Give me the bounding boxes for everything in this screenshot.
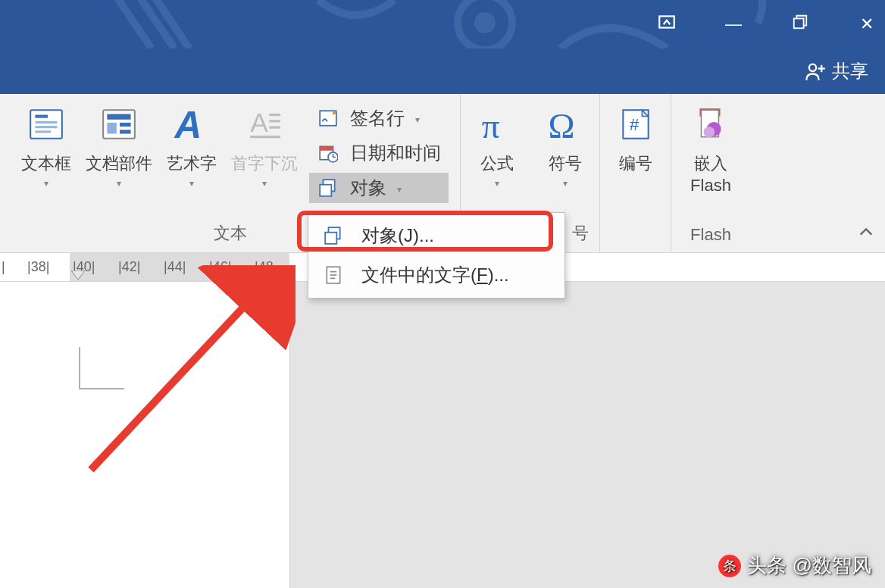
- insert-flash-button[interactable]: 嵌入 Flash: [677, 99, 745, 196]
- ribbon-collapse-button[interactable]: [858, 224, 874, 245]
- object-icon: [317, 177, 339, 199]
- menu-item-text-from-file[interactable]: 文件中的文字(F)...: [308, 255, 564, 295]
- indent-marker-icon[interactable]: [71, 271, 85, 282]
- flash-icon: [690, 103, 732, 145]
- menu-item-textfromfile-label: 文件中的文字(F)...: [361, 263, 509, 287]
- ruler-tick: |46|: [209, 259, 255, 275]
- chevron-up-icon: [858, 224, 874, 240]
- dropdown-arrow-icon: ▾: [44, 178, 48, 189]
- svg-rect-10: [35, 126, 57, 128]
- share-button[interactable]: 共享: [805, 59, 868, 83]
- svg-rect-2: [659, 16, 674, 27]
- svg-text:π: π: [481, 106, 499, 145]
- signature-line-button[interactable]: 签名行 ▾: [309, 103, 449, 133]
- dropdown-arrow-icon: ▾: [262, 178, 267, 189]
- object-button[interactable]: 对象 ▾: [309, 173, 449, 203]
- text-group-buttons: 文本框 ▾ 文档部件 ▾ A 艺术字 ▾ A: [12, 99, 449, 203]
- symbol-icon: Ω: [544, 103, 586, 145]
- dropdown-arrow-icon: ▾: [495, 178, 499, 189]
- svg-rect-15: [120, 123, 131, 127]
- symbol-button[interactable]: Ω 符号 ▾: [534, 99, 596, 189]
- flash-label-2: Flash: [690, 175, 731, 197]
- datetime-label: 日期和时间: [350, 141, 441, 165]
- workspace: [0, 282, 885, 588]
- flash-label-1: 嵌入: [694, 153, 727, 175]
- menu-item-object[interactable]: 对象(J)...: [308, 216, 564, 255]
- title-bar: — ✕: [0, 0, 885, 48]
- equation-button[interactable]: π 公式 ▾: [464, 99, 530, 189]
- share-label: 共享: [832, 59, 868, 83]
- svg-rect-13: [107, 114, 130, 119]
- ribbon-display-options-button[interactable]: [653, 12, 680, 36]
- datetime-button[interactable]: 日期和时间: [309, 138, 449, 168]
- number-icon: #: [614, 103, 657, 145]
- ribbon-group-flash: 嵌入 Flash Flash: [671, 94, 750, 252]
- dropdown-arrow-icon: ▾: [563, 178, 568, 189]
- flash-group-label: Flash: [671, 225, 750, 245]
- watermark: 条 头条 @数智风: [718, 552, 871, 579]
- restore-button[interactable]: [786, 14, 814, 35]
- close-button[interactable]: ✕: [853, 14, 880, 34]
- menu-item-object-label: 对象(J)...: [361, 224, 434, 248]
- signature-label: 签名行: [350, 106, 405, 130]
- dropdown-arrow-icon: ▾: [117, 178, 121, 189]
- ruler-tick: |42|: [118, 259, 164, 275]
- svg-rect-11: [35, 130, 51, 133]
- dropdown-arrow-icon: ▾: [397, 184, 402, 195]
- textbox-button[interactable]: 文本框 ▾: [12, 99, 80, 203]
- svg-text:A: A: [250, 108, 268, 138]
- dropcap-icon: A: [243, 103, 286, 145]
- svg-point-4: [809, 64, 816, 71]
- wordart-icon: A: [170, 103, 213, 145]
- svg-point-1: [474, 12, 496, 33]
- object-dropdown-menu: 对象(J)... 文件中的文字(F)...: [308, 212, 565, 299]
- svg-rect-7: [30, 110, 62, 139]
- textbox-icon: [25, 103, 67, 145]
- svg-text:A: A: [173, 104, 202, 145]
- object-icon: [322, 224, 345, 247]
- dropdown-arrow-icon: ▾: [415, 114, 420, 125]
- svg-rect-16: [120, 130, 131, 133]
- dropdown-arrow-icon: ▾: [189, 178, 194, 189]
- watermark-text: 头条 @数智风: [747, 552, 871, 579]
- equation-label: 公式: [480, 153, 514, 175]
- svg-rect-14: [107, 123, 117, 134]
- quickparts-label: 文档部件: [86, 153, 152, 175]
- ruler-tick: |48: [255, 259, 300, 275]
- quickparts-icon: [98, 103, 140, 145]
- document-background: [289, 282, 885, 588]
- number-label: 编号: [619, 153, 652, 175]
- svg-rect-8: [35, 115, 48, 118]
- share-bar: 共享: [0, 48, 885, 94]
- text-group-stack: 签名行 ▾ 日期和时间 对象 ▾: [309, 99, 449, 203]
- ruler-tick: |: [2, 259, 27, 275]
- svg-rect-30: [320, 185, 331, 196]
- svg-rect-3: [794, 18, 804, 28]
- watermark-icon: 条: [718, 555, 741, 577]
- window-controls: — ✕: [653, 0, 880, 48]
- svg-rect-9: [35, 121, 57, 124]
- svg-rect-40: [325, 233, 336, 244]
- wordart-button[interactable]: A 艺术字 ▾: [158, 99, 226, 203]
- svg-rect-25: [320, 146, 333, 150]
- ruler-tick: |38|: [27, 259, 73, 275]
- page-margin-corner: [79, 347, 124, 389]
- ribbon-group-number: # 编号: [600, 94, 671, 252]
- minimize-button[interactable]: —: [720, 14, 747, 34]
- svg-text:#: #: [629, 114, 639, 134]
- object-label: 对象: [350, 176, 386, 200]
- svg-point-38: [704, 127, 715, 138]
- quickparts-button[interactable]: 文档部件 ▾: [85, 99, 153, 203]
- ruler-tick: |44|: [164, 259, 209, 275]
- wordart-label: 艺术字: [167, 153, 217, 175]
- number-button[interactable]: # 编号: [605, 99, 666, 175]
- text-from-file-icon: [322, 264, 345, 286]
- equation-icon: π: [476, 103, 518, 145]
- document-page[interactable]: [0, 282, 289, 588]
- symbol-label: 符号: [549, 153, 582, 175]
- svg-text:Ω: Ω: [548, 106, 574, 145]
- share-icon: [805, 61, 826, 82]
- textbox-label: 文本框: [21, 153, 71, 175]
- dropcap-label: 首字下沉: [231, 153, 298, 175]
- dropcap-button[interactable]: A 首字下沉 ▾: [230, 99, 299, 203]
